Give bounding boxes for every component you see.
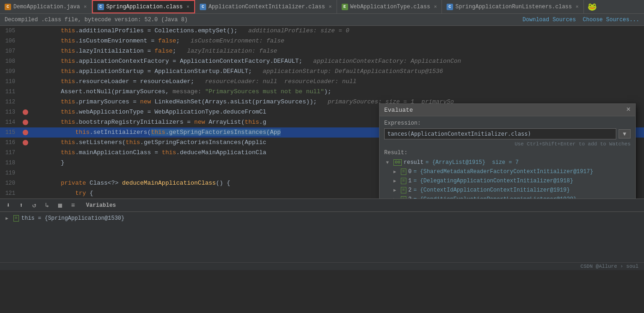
table-row: 107 this.lazyInitialization = false; laz…	[0, 46, 644, 56]
breakpoint-icon	[23, 140, 28, 145]
result-item-2[interactable]: ▶ ≡ 2 = {ContextIdApplicationContextInit…	[384, 186, 631, 195]
table-row: 105 this.additionalProfiles = Collection…	[0, 26, 644, 36]
tab-springrunlisteners-close[interactable]: ×	[576, 4, 579, 10]
result-root-row[interactable]: ▼ oo result = {ArrayList@1915} size = 7	[384, 158, 631, 167]
result-tree: ▼ oo result = {ArrayList@1915} size = 7 …	[384, 158, 631, 199]
decompile-info: Decompiled .class file, bytecode version…	[5, 17, 188, 23]
tab-bar: C DemoApplication.java × C SpringApplica…	[0, 0, 644, 14]
class-springrun-icon: C	[447, 4, 453, 10]
breakpoint-icon	[23, 120, 28, 125]
bottom-panel: ⬇ ⬆ ↺ ↳ ▦ ≡ Variables ▶ ≡ this = {Spring…	[0, 199, 644, 270]
tab-overflow[interactable]: 🐸	[584, 0, 601, 13]
tab-appcontext-close[interactable]: ×	[329, 4, 332, 10]
tab-spring-close[interactable]: ×	[186, 4, 190, 10]
expand-icon: ▶	[6, 216, 11, 221]
field-icon: ≡	[401, 187, 406, 193]
list-btn[interactable]: ≡	[68, 201, 78, 210]
tab-webapptype-label: WebApplicationType.class	[350, 4, 430, 10]
table-row: 109 this.applicationStartup = Applicatio…	[0, 66, 644, 77]
result-label: Result:	[384, 150, 631, 156]
tab-webapptype-close[interactable]: ×	[434, 4, 437, 10]
bottom-toolbar: ⬇ ⬆ ↺ ↳ ▦ ≡ Variables	[0, 199, 644, 212]
expression-label: Expression:	[384, 120, 631, 126]
list-item: ▶ ≡ this = {SpringApplication@1530}	[6, 214, 638, 223]
dialog-body: Expression: ▼ Use Ctrl+Shift+Enter to ad…	[380, 116, 635, 199]
info-bar: Decompiled .class file, bytecode version…	[0, 14, 644, 26]
editor-area: 105 this.additionalProfiles = Collection…	[0, 26, 644, 270]
step-btn[interactable]: ↳	[43, 201, 52, 210]
action-links: Download Sources Choose Sources...	[522, 17, 639, 23]
refresh-btn[interactable]: ↺	[30, 201, 39, 210]
upload-btn[interactable]: ⬆	[17, 201, 26, 210]
field-icon: ≡	[401, 169, 406, 175]
tab-spring[interactable]: C SpringApplication.class ×	[92, 0, 195, 13]
result-item-3[interactable]: ▶ ≡ 3 = {ConditionEvaluationReportLoggin…	[384, 195, 631, 199]
expression-input[interactable]	[384, 128, 616, 139]
keyboard-hint: Use Ctrl+Shift+Enter to add to Watches	[384, 141, 631, 147]
tab-appcontext-label: ApplicationContextInitializer.class	[209, 4, 325, 10]
tab-demo-close[interactable]: ×	[84, 4, 87, 10]
expand-icon: ▶	[393, 178, 399, 184]
table-row: 108 this.applicationContextFactory = App…	[0, 56, 644, 66]
tab-appcontext[interactable]: C ApplicationContextInitializer.class ×	[195, 0, 337, 13]
dialog-title: Evaluate	[384, 107, 413, 114]
expand-icon: ▶	[393, 169, 399, 175]
result-root-value: = {ArrayList@1915} size = 7	[425, 159, 519, 166]
class-e-icon: E	[342, 4, 348, 10]
panel-label: Variables	[86, 202, 116, 209]
status-bar: CSDN @Allure › soul	[0, 262, 644, 270]
class-icon: C	[98, 4, 104, 10]
code-editor-container: 105 this.additionalProfiles = Collection…	[0, 26, 644, 199]
table-row: 111 Assert.notNull(primarySources, messa…	[0, 87, 644, 97]
tab-demo[interactable]: C DemoApplication.java ×	[0, 0, 92, 13]
choose-sources-link[interactable]: Choose Sources...	[583, 17, 639, 23]
breakpoint-icon	[23, 109, 28, 115]
result-item-0[interactable]: ▶ ≡ 0 = {SharedMetadataReaderFactoryCont…	[384, 167, 631, 176]
table-row: 106 this.isCustomEnvironment = false; is…	[0, 36, 644, 46]
field-icon: ≡	[401, 178, 406, 184]
java-icon: C	[5, 4, 11, 10]
tab-demo-label: DemoApplication.java	[13, 4, 80, 10]
status-text: CSDN @Allure › soul	[581, 264, 638, 269]
table-row: 110 this.resourceLoader = resourceLoader…	[0, 77, 644, 87]
panel-content: ▶ ≡ this = {SpringApplication@1530}	[0, 212, 644, 262]
expand-btn[interactable]: ▼	[619, 129, 631, 138]
field-icon: ≡	[13, 215, 19, 222]
tab-springrunlisteners[interactable]: C SpringApplicationRunListeners.class ×	[442, 0, 584, 13]
tab-webapptype[interactable]: E WebApplicationType.class ×	[337, 0, 442, 13]
tab-spring-label: SpringApplication.class	[106, 4, 183, 10]
field-icon: ≡	[401, 196, 406, 199]
var-this: this = {SpringApplication@1530}	[21, 215, 124, 222]
result-item-1[interactable]: ▶ ≡ 1 = {DelegatingApplicationContextIni…	[384, 176, 631, 186]
evaluate-dialog: Evaluate × Expression: ▼ Use Ctrl+Shift+…	[379, 103, 636, 199]
expand-icon: ▼	[386, 160, 392, 165]
tab-springrunlisteners-label: SpringApplicationRunListeners.class	[455, 4, 572, 10]
expression-row: ▼	[384, 128, 631, 139]
expand-icon: ▶	[393, 187, 399, 193]
breakpoint-icon	[23, 130, 28, 135]
grid-btn[interactable]: ▦	[55, 201, 65, 210]
field-icon: oo	[393, 159, 402, 166]
download-sources-link[interactable]: Download Sources	[522, 17, 576, 23]
class-appcontext-icon: C	[200, 4, 206, 10]
expand-icon: ▶	[393, 197, 399, 199]
variables-section: ▶ ≡ this = {SpringApplication@1530}	[0, 212, 644, 262]
download-btn[interactable]: ⬇	[4, 201, 13, 210]
dialog-close-button[interactable]: ×	[626, 106, 631, 114]
dialog-title-bar: Evaluate ×	[380, 104, 635, 116]
